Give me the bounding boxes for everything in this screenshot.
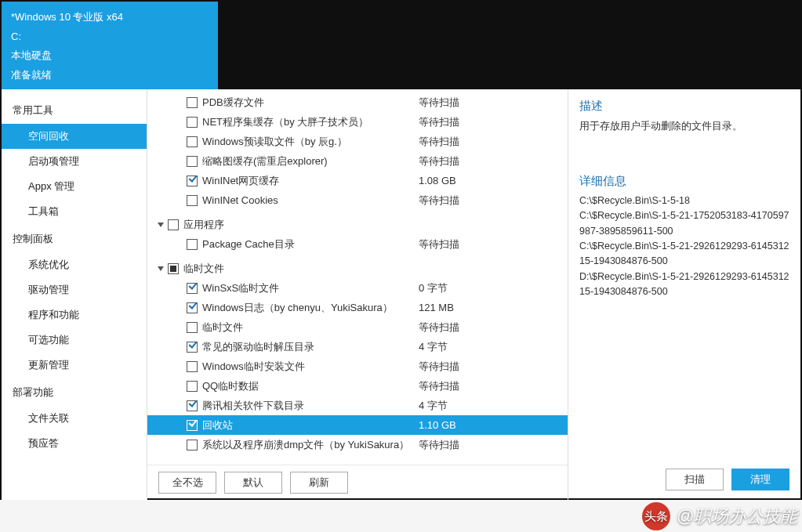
scan-item-label: 临时文件 xyxy=(202,320,243,335)
scan-center-panel: PDB缓存文件等待扫描NET程序集缓存（by 大胖子技术员）等待扫描Window… xyxy=(147,89,568,500)
sidebar-section-title: 控制面板 xyxy=(2,224,147,252)
checkbox[interactable] xyxy=(187,97,198,108)
expand-triangle-icon[interactable] xyxy=(155,263,166,274)
scan-item-label: 系统以及程序崩溃dmp文件（by YukiSakura） xyxy=(202,438,409,452)
watermark-logo-icon: 头条 xyxy=(642,502,670,530)
scan-item-label: QQ临时数据 xyxy=(202,379,259,393)
scan-item-row[interactable]: Windows日志（by chenyu、YukiSakura）121 MB xyxy=(147,298,568,317)
scan-item-row[interactable]: Windows预读取文件（by 辰g.）等待扫描 xyxy=(147,132,568,151)
details-path-list: C:\$Recycle.Bin\S-1-5-18C:\$Recycle.Bin\… xyxy=(579,194,789,462)
scan-item-row[interactable]: 回收站1.10 GB xyxy=(147,415,568,435)
sidebar-item[interactable]: 工具箱 xyxy=(2,199,147,224)
scan-item-row[interactable]: Windows临时安装文件等待扫描 xyxy=(147,356,568,376)
app-window: *Windows 10 专业版 x64 C: 本地硬盘 准备就绪 常用工具空间回… xyxy=(0,0,802,500)
sidebar-item[interactable]: 驱动管理 xyxy=(2,277,147,302)
checkbox[interactable] xyxy=(187,136,198,147)
scan-group-label: 临时文件 xyxy=(183,262,224,276)
clean-button[interactable]: 清理 xyxy=(731,469,789,490)
checkbox[interactable] xyxy=(187,361,198,372)
checkbox[interactable] xyxy=(187,342,198,353)
scan-item-status: 等待扫描 xyxy=(411,360,568,374)
scan-item-status: 0 字节 xyxy=(411,281,568,295)
checkbox[interactable] xyxy=(187,156,198,167)
main-content-row: 常用工具空间回收启动项管理Appx 管理工具箱控制面板系统优化驱动管理程序和功能… xyxy=(2,89,800,500)
scan-item-status: 4 字节 xyxy=(411,340,568,354)
sidebar-item[interactable]: 可选功能 xyxy=(2,328,147,353)
sidebar-section-title: 常用工具 xyxy=(2,96,147,124)
sidebar-item[interactable]: 更新管理 xyxy=(2,353,147,378)
checkbox[interactable] xyxy=(168,263,179,274)
checkbox[interactable] xyxy=(187,117,198,128)
scan-item-status: 等待扫描 xyxy=(411,154,568,168)
checkbox[interactable] xyxy=(187,420,198,431)
title-bar-spacer xyxy=(218,2,800,89)
description-heading: 描述 xyxy=(579,99,789,114)
default-button[interactable]: 默认 xyxy=(224,472,282,494)
watermark: 头条 @职场办公技能 xyxy=(642,502,797,530)
scan-item-row[interactable]: 腾讯相关软件下载目录4 字节 xyxy=(147,396,568,415)
scan-item-row[interactable]: PDB缓存文件等待扫描 xyxy=(147,92,568,112)
checkbox[interactable] xyxy=(168,219,179,230)
scan-item-row[interactable]: WinINet Cookies等待扫描 xyxy=(147,190,568,210)
os-version-text: *Windows 10 专业版 x64 xyxy=(11,8,209,27)
scan-item-status: 等待扫描 xyxy=(411,194,568,208)
sidebar-item[interactable]: Appx 管理 xyxy=(2,174,147,199)
scan-item-row[interactable]: 常见的驱动临时解压目录4 字节 xyxy=(147,337,568,356)
checkbox[interactable] xyxy=(187,400,198,411)
checkbox[interactable] xyxy=(187,283,198,294)
scan-item-row[interactable]: 缩略图缓存(需重启explorer)等待扫描 xyxy=(147,151,568,171)
scan-group-row[interactable]: 应用程序 xyxy=(147,215,568,234)
scan-item-status: 等待扫描 xyxy=(411,438,568,452)
scan-item-label: WinINet网页缓存 xyxy=(202,174,279,188)
scan-item-row[interactable]: QQ临时数据等待扫描 xyxy=(147,376,568,396)
sidebar-item[interactable]: 系统优化 xyxy=(2,252,147,277)
checkbox[interactable] xyxy=(187,239,198,250)
scan-button[interactable]: 扫描 xyxy=(666,469,724,490)
scan-item-row[interactable]: NET程序集缓存（by 大胖子技术员）等待扫描 xyxy=(147,112,568,132)
scan-item-status: 121 MB xyxy=(411,302,568,313)
checkbox[interactable] xyxy=(187,195,198,206)
scan-item-status: 等待扫描 xyxy=(411,237,568,252)
scan-item-label: Package Cache目录 xyxy=(202,237,295,252)
scan-group-label: 应用程序 xyxy=(183,218,224,232)
scan-item-status: 等待扫描 xyxy=(411,96,568,110)
sidebar-item[interactable]: 启动项管理 xyxy=(2,149,147,174)
scan-item-label: 腾讯相关软件下载目录 xyxy=(202,399,304,413)
deselect-all-button[interactable]: 全不选 xyxy=(158,472,216,494)
title-bar: *Windows 10 专业版 x64 C: 本地硬盘 准备就绪 xyxy=(2,2,800,89)
scan-group-row[interactable]: 临时文件 xyxy=(147,259,568,278)
scan-item-row[interactable]: WinSxS临时文件0 字节 xyxy=(147,278,568,298)
checkbox[interactable] xyxy=(187,176,198,186)
scan-item-row[interactable]: 系统以及程序崩溃dmp文件（by YukiSakura）等待扫描 xyxy=(147,435,568,454)
description-text: 用于存放用户手动删除的文件目录。 xyxy=(579,118,789,135)
scan-item-status: 1.08 GB xyxy=(411,175,568,186)
refresh-button[interactable]: 刷新 xyxy=(290,472,348,494)
sidebar-section-title: 部署功能 xyxy=(2,378,147,406)
scan-item-label: WinINet Cookies xyxy=(202,194,278,206)
drive-letter-text: C: xyxy=(11,27,209,47)
sidebar-item[interactable]: 预应答 xyxy=(2,431,147,456)
scan-item-status: 等待扫描 xyxy=(411,135,568,149)
scan-item-row[interactable]: Package Cache目录等待扫描 xyxy=(147,234,568,254)
checkbox[interactable] xyxy=(187,302,198,313)
scan-item-row[interactable]: 临时文件等待扫描 xyxy=(147,317,568,337)
expand-triangle-icon[interactable] xyxy=(155,219,166,230)
checkbox[interactable] xyxy=(187,381,198,392)
sidebar-item[interactable]: 程序和功能 xyxy=(2,302,147,328)
sidebar-nav: 常用工具空间回收启动项管理Appx 管理工具箱控制面板系统优化驱动管理程序和功能… xyxy=(2,89,147,500)
system-info-panel: *Windows 10 专业版 x64 C: 本地硬盘 准备就绪 xyxy=(2,2,218,89)
center-button-row: 全不选 默认 刷新 xyxy=(147,465,568,500)
sidebar-item[interactable]: 文件关联 xyxy=(2,406,147,431)
scan-item-status: 1.10 GB xyxy=(411,419,568,431)
checkbox[interactable] xyxy=(187,322,198,333)
scan-item-label: 常见的驱动临时解压目录 xyxy=(202,340,314,354)
checkbox[interactable] xyxy=(187,440,198,451)
right-button-row: 扫描 清理 xyxy=(579,462,789,490)
sidebar-item[interactable]: 空间回收 xyxy=(2,124,147,149)
scan-item-status: 等待扫描 xyxy=(411,379,568,393)
scan-item-list[interactable]: PDB缓存文件等待扫描NET程序集缓存（by 大胖子技术员）等待扫描Window… xyxy=(147,89,568,465)
scan-item-label: PDB缓存文件 xyxy=(202,96,264,110)
scan-item-label: Windows临时安装文件 xyxy=(202,360,305,374)
scan-item-row[interactable]: WinINet网页缓存1.08 GB xyxy=(147,171,568,190)
detail-path-line: C:\$Recycle.Bin\S-1-5-21-2926129293-6145… xyxy=(579,239,789,270)
